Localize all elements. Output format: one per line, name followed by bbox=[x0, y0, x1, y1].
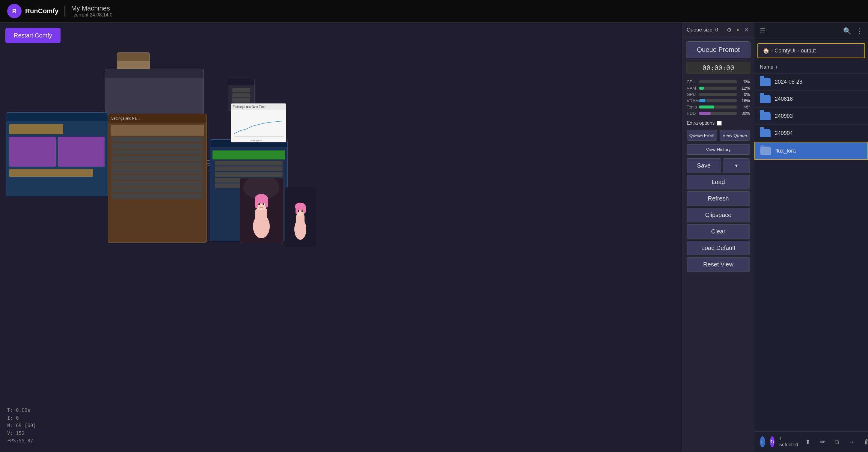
svg-text:Training slot: Training slot bbox=[249, 139, 262, 142]
folder-icon bbox=[761, 147, 771, 155]
footer-back-button[interactable]: ← bbox=[760, 436, 765, 447]
view-history-row: View History bbox=[682, 142, 754, 156]
stat-v: V: 152 bbox=[7, 429, 36, 437]
temp-label: Temp bbox=[687, 104, 698, 110]
clipspace-button[interactable]: Clipspace bbox=[687, 208, 750, 222]
refresh-button[interactable]: Refresh bbox=[687, 191, 750, 206]
svg-rect-21 bbox=[296, 214, 305, 230]
svg-rect-12 bbox=[255, 208, 267, 226]
footer-copy-icon[interactable]: ⧉ bbox=[832, 437, 841, 447]
hamburger-menu-icon[interactable]: ☰ bbox=[760, 27, 766, 35]
folder-icon bbox=[760, 78, 771, 86]
file-column-name: Name ↑ bbox=[760, 64, 778, 70]
temp-bar-bg bbox=[699, 106, 737, 109]
folder-icon bbox=[760, 112, 771, 120]
breadcrumb[interactable]: 🏠 › ComfyUI › output bbox=[757, 43, 865, 58]
temp-meter-row: Temp 46° bbox=[687, 104, 750, 110]
file-item-flux-lora[interactable]: flux_lora bbox=[754, 142, 868, 160]
clear-button[interactable]: Clear bbox=[687, 224, 750, 239]
image-output-large bbox=[240, 178, 283, 243]
version-text: current 24.08.14.0 bbox=[73, 12, 113, 18]
more-options-icon[interactable]: ⋮ bbox=[856, 27, 863, 35]
svg-rect-25 bbox=[303, 206, 306, 213]
hdd-bar-bg bbox=[699, 112, 737, 115]
queue-close-icon[interactable]: ✕ bbox=[743, 26, 750, 34]
node-settings[interactable]: Settings and Pa... bbox=[108, 114, 207, 243]
file-item-240816[interactable]: 240816 bbox=[754, 91, 868, 108]
queue-action-row: Queue Front View Queue bbox=[682, 128, 754, 142]
load-default-button[interactable]: Load Default bbox=[687, 241, 750, 255]
file-item-name: flux_lora bbox=[775, 148, 796, 154]
selected-count: 1 selected bbox=[779, 436, 798, 448]
topbar-divider bbox=[64, 6, 65, 17]
file-item-name: 240903 bbox=[775, 113, 793, 119]
extra-options-checkbox[interactable] bbox=[717, 121, 722, 126]
gpu-bar-bg bbox=[699, 93, 737, 96]
reset-view-button[interactable]: Reset View bbox=[687, 257, 750, 272]
file-item-240903[interactable]: 240903 bbox=[754, 108, 868, 125]
node-title bbox=[228, 78, 254, 85]
stat-i: I: 0 bbox=[7, 414, 36, 422]
node-title bbox=[6, 113, 107, 121]
footer-move-icon[interactable]: → bbox=[846, 437, 857, 447]
node-title bbox=[105, 69, 204, 78]
footer-refresh-button[interactable]: ↻ bbox=[770, 436, 774, 447]
footer-edit-icon[interactable]: ✏ bbox=[818, 436, 828, 447]
page-title-area: My Machines current 24.08.14.0 bbox=[71, 4, 113, 18]
breadcrumb-home-icon[interactable]: 🏠 bbox=[763, 48, 769, 54]
file-item-2024-08-28[interactable]: 2024-08-28 bbox=[754, 73, 868, 91]
canvas-area[interactable]: Settings and Pa... bbox=[0, 23, 682, 452]
node-connections bbox=[0, 23, 682, 452]
brand-name: RunComfy bbox=[25, 7, 58, 15]
logo-area: R RunComfy bbox=[7, 4, 58, 18]
queue-color-icon[interactable]: ▪ bbox=[736, 26, 740, 34]
footer-share-icon[interactable]: ⬆ bbox=[803, 436, 813, 447]
hdd-label: HDD bbox=[687, 111, 698, 116]
queue-prompt-button[interactable]: Queue Prompt bbox=[686, 41, 750, 58]
temp-value: 46° bbox=[739, 104, 750, 110]
footer-delete-icon[interactable]: 🗑 bbox=[862, 437, 868, 447]
save-button[interactable]: Save bbox=[687, 158, 721, 173]
node-blue-left[interactable] bbox=[6, 112, 108, 196]
extra-options-row: Extra options bbox=[682, 118, 754, 128]
file-item-name: 240816 bbox=[775, 96, 793, 102]
vram-value: 16% bbox=[739, 98, 750, 103]
queue-settings-icon[interactable]: ⚙ bbox=[725, 26, 733, 34]
file-item-240904[interactable]: 240904 bbox=[754, 125, 868, 142]
queue-front-button[interactable]: Queue Front bbox=[687, 130, 717, 141]
svg-point-18 bbox=[262, 203, 265, 205]
save-dropdown-button[interactable]: ▼ bbox=[723, 158, 750, 173]
file-browser-header-icons: 🔍 ⋮ bbox=[843, 27, 863, 35]
view-history-button[interactable]: View History bbox=[687, 144, 750, 155]
file-item-name: 2024-08-28 bbox=[775, 79, 802, 85]
stat-fps: FPS:55.87 bbox=[7, 437, 36, 445]
svg-point-26 bbox=[298, 210, 300, 212]
ram-label: RAM bbox=[687, 86, 698, 91]
stat-n: N: 69 [69] bbox=[7, 422, 36, 429]
file-list: 2024-08-28 240816 240903 240904 flux_lor… bbox=[754, 73, 868, 431]
view-queue-button[interactable]: View Queue bbox=[720, 130, 750, 141]
search-icon[interactable]: 🔍 bbox=[843, 27, 851, 35]
gpu-value: 0% bbox=[739, 92, 750, 97]
vram-label: VRAM bbox=[687, 98, 698, 103]
gpu-label: GPU bbox=[687, 92, 698, 97]
breadcrumb-output[interactable]: output bbox=[801, 48, 816, 54]
file-browser: ☰ 🔍 ⋮ 🏠 › ComfyUI › output Name ↑ 2024-0… bbox=[754, 23, 868, 452]
load-button[interactable]: Load bbox=[687, 175, 750, 189]
ram-bar-fill bbox=[699, 87, 704, 90]
node-title: Settings and Pa... bbox=[108, 114, 207, 123]
hdd-bar-fill bbox=[699, 112, 711, 115]
chart-node: Training Loss Over Time Training slot bbox=[231, 103, 286, 142]
restart-comfy-button[interactable]: Restart Comfy bbox=[5, 28, 61, 43]
node-small-top[interactable] bbox=[117, 53, 150, 70]
cpu-value: 0% bbox=[739, 80, 750, 84]
timer-display: 00:00:00 bbox=[686, 62, 750, 74]
temp-bar-fill bbox=[699, 106, 714, 109]
svg-rect-16 bbox=[265, 199, 268, 207]
breadcrumb-comfyui[interactable]: ComfyUI bbox=[774, 48, 796, 54]
svg-point-27 bbox=[302, 210, 303, 212]
vram-bar-fill bbox=[699, 99, 705, 102]
topbar: R RunComfy My Machines current 24.08.14.… bbox=[0, 0, 868, 23]
file-browser-header: ☰ 🔍 ⋮ bbox=[754, 23, 868, 40]
breadcrumb-sep-2: › bbox=[797, 48, 799, 53]
